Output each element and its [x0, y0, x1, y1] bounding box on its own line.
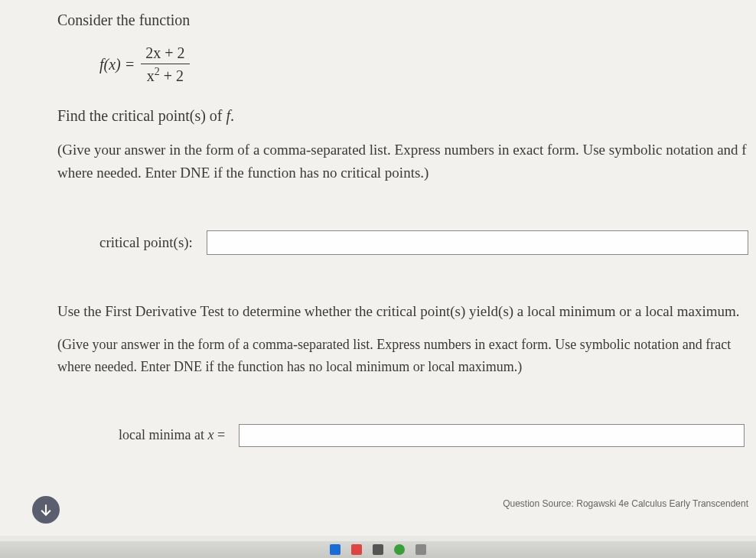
taskbar-icon[interactable]	[415, 544, 426, 555]
fraction-denominator: x2 + 2	[141, 64, 189, 85]
question-2: Use the First Derivative Test to determi…	[57, 301, 756, 323]
critical-points-label: critical point(s):	[99, 234, 193, 251]
taskbar-icon[interactable]	[330, 544, 341, 555]
instruction-2: (Give your answer in the form of a comma…	[57, 334, 756, 378]
function-fraction: 2x + 2 x2 + 2	[141, 44, 189, 85]
scroll-down-button[interactable]	[32, 496, 60, 524]
instruction-1: (Give your answer in the form of a comma…	[57, 139, 756, 185]
question-1: Find the critical point(s) of f.	[57, 104, 756, 127]
answer-row-1: critical point(s):	[99, 230, 756, 255]
answer-row-2: local minima at x =	[119, 424, 756, 447]
intro-text: Consider the function	[57, 11, 756, 29]
question-content: Consider the function f(x) = 2x + 2 x2 +…	[0, 0, 756, 536]
taskbar-icon[interactable]	[373, 544, 383, 555]
critical-points-input[interactable]	[207, 230, 748, 255]
function-formula: f(x) = 2x + 2 x2 + 2	[99, 44, 756, 85]
arrow-down-icon	[38, 502, 54, 517]
fraction-numerator: 2x + 2	[141, 44, 189, 64]
taskbar-icon[interactable]	[351, 544, 362, 555]
taskbar	[0, 541, 756, 558]
local-minima-label: local minima at x =	[119, 427, 225, 443]
question-source: Question Source: Rogawski 4e Calculus Ea…	[503, 498, 748, 509]
function-lhs: f(x) =	[99, 56, 135, 73]
local-minima-input[interactable]	[239, 424, 745, 447]
taskbar-icon[interactable]	[394, 544, 405, 555]
section-2: Use the First Derivative Test to determi…	[57, 301, 756, 446]
